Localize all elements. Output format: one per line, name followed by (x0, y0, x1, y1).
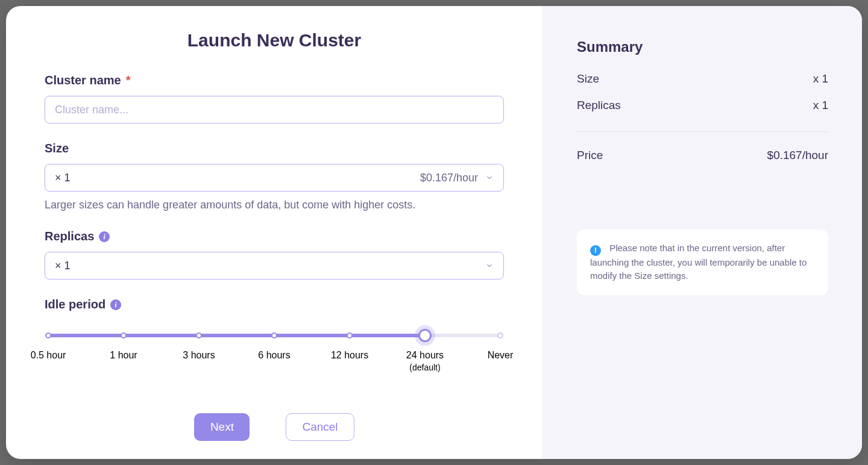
cluster-name-label: Cluster name * (45, 73, 504, 87)
summary-replicas-value: x 1 (813, 99, 828, 112)
slider-step-label: 12 hours (331, 349, 368, 362)
replicas-select-value: × 1 (55, 260, 485, 272)
slider-handle[interactable] (418, 329, 432, 342)
summary-replicas-label: Replicas (577, 99, 621, 112)
slider-step-label: 0.5 hour (31, 349, 66, 362)
launch-cluster-modal: Launch New Cluster Cluster name * Size ×… (6, 6, 862, 459)
size-select-value: × 1 (55, 172, 420, 184)
slider-step-dot[interactable] (121, 332, 127, 339)
idle-period-label-text: Idle period (45, 298, 105, 311)
cluster-name-input[interactable] (45, 96, 504, 123)
slider-labels: 0.5 hour1 hour3 hours6 hours12 hours24 h… (48, 349, 500, 374)
actions-row: Next Cancel (45, 413, 504, 441)
idle-period-slider[interactable]: 0.5 hour1 hour3 hours6 hours12 hours24 h… (45, 329, 504, 374)
summary-price-value: $0.167/hour (767, 149, 828, 162)
slider-step-label: 3 hours (183, 349, 215, 362)
size-helper-text: Larger sizes can handle greater amounts … (45, 199, 504, 211)
summary-size-value: x 1 (813, 72, 828, 86)
chevron-down-icon (485, 173, 494, 182)
slider-step-label: 6 hours (258, 349, 290, 362)
summary-divider (577, 131, 828, 132)
size-select[interactable]: × 1 $0.167/hour (45, 164, 504, 192)
alert-icon: ! (590, 245, 601, 256)
summary-price-label: Price (577, 149, 603, 162)
info-icon[interactable]: i (110, 299, 121, 310)
slider-step-dot[interactable] (196, 332, 202, 339)
slider-step-label: 1 hour (110, 349, 137, 362)
slider-step-label: Never (488, 349, 514, 362)
slider-step-dot[interactable] (497, 332, 503, 339)
notice-text: Please note that in the current version,… (590, 243, 807, 281)
cluster-name-label-text: Cluster name (45, 73, 121, 87)
next-button[interactable]: Next (194, 413, 250, 441)
slider-step-dot[interactable] (271, 332, 277, 339)
required-star-icon: * (126, 73, 131, 87)
notice-card: ! Please note that in the current versio… (577, 229, 828, 295)
size-label-text: Size (45, 142, 69, 155)
field-idle-period: Idle period i 0.5 hour1 hour3 hours6 hou… (45, 298, 504, 374)
size-price: $0.167/hour (420, 172, 478, 184)
size-label: Size (45, 142, 504, 155)
summary-panel: Summary Size x 1 Replicas x 1 Price $0.1… (542, 6, 862, 459)
main-panel: Launch New Cluster Cluster name * Size ×… (6, 6, 542, 459)
summary-row-size: Size x 1 (577, 72, 828, 86)
replicas-select[interactable]: × 1 (45, 252, 504, 279)
page-title: Launch New Cluster (45, 30, 504, 51)
replicas-label: Replicas i (45, 229, 504, 243)
summary-row-price: Price $0.167/hour (577, 149, 828, 162)
field-replicas: Replicas i × 1 (45, 229, 504, 279)
field-size: Size × 1 $0.167/hour Larger sizes can ha… (45, 142, 504, 211)
info-icon[interactable]: i (99, 231, 110, 242)
slider-step-dot[interactable] (45, 332, 51, 339)
field-cluster-name: Cluster name * (45, 73, 504, 123)
chevron-down-icon (485, 261, 494, 270)
summary-row-replicas: Replicas x 1 (577, 99, 828, 112)
slider-step-label: 24 hours(default) (406, 349, 444, 373)
slider-fill (48, 334, 425, 337)
replicas-label-text: Replicas (45, 229, 94, 243)
summary-title: Summary (577, 39, 828, 55)
slider-step-dot[interactable] (347, 332, 353, 339)
cancel-button[interactable]: Cancel (286, 413, 354, 441)
idle-period-label: Idle period i (45, 298, 504, 311)
summary-size-label: Size (577, 72, 599, 86)
